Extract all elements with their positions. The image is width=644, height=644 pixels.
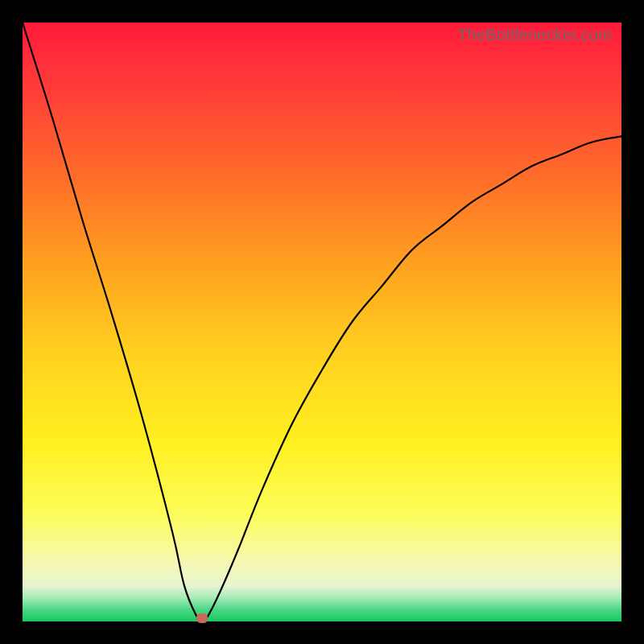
- bottleneck-curve: [23, 23, 621, 621]
- optimal-point-marker: [196, 613, 208, 623]
- chart-frame: TheBottlenecker.com: [0, 0, 644, 644]
- plot-area: TheBottlenecker.com: [23, 23, 621, 621]
